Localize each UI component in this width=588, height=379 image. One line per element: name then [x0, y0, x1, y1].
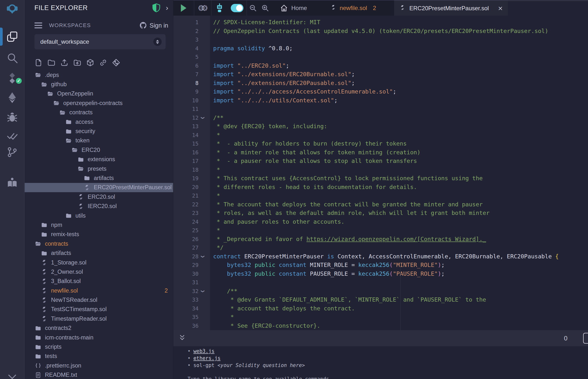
code-line-19[interactable]: 19 * This contract uses {AccessControl} … [173, 174, 588, 183]
tree-file-erc20.sol[interactable]: ERC20.sol [25, 192, 173, 202]
load-from-url-icon[interactable] [99, 58, 108, 67]
code-line-33[interactable]: 33 * @dev Grants `DEFAULT_ADMIN_ROLE`, `… [173, 296, 588, 304]
code-editor[interactable]: 1// SPDX-License-Identifier: MIT2// Open… [173, 16, 588, 330]
gutter-line-number[interactable]: 18 [173, 166, 210, 174]
tree-file-ierc20.sol[interactable]: IERC20.sol [25, 202, 173, 211]
activity-remix-logo-icon[interactable] [0, 2, 24, 16]
code-line-20[interactable]: 20 * different roles - head to its docum… [173, 183, 588, 192]
run-script-button[interactable] [173, 0, 194, 16]
new-folder-icon[interactable] [47, 58, 56, 67]
code-line-24[interactable]: 24 * and pauser roles to other accounts. [173, 218, 588, 226]
zoom-in-icon[interactable] [259, 0, 271, 16]
gutter-line-number[interactable]: 3 [173, 35, 210, 44]
code-line-29[interactable]: 29 bytes32 public constant MINTER_ROLE =… [173, 261, 588, 269]
script-settings-icon[interactable]: ⚙⚙ [194, 0, 211, 16]
upload-file-icon[interactable] [60, 58, 69, 67]
terminal-list-item[interactable]: •ethers.js [187, 355, 588, 362]
code-line-22[interactable]: 22 * The account that deploys the contra… [173, 200, 588, 209]
gutter-line-number[interactable]: 23 [173, 209, 210, 218]
tree-file-newfile.sol[interactable]: newfile.sol2 [25, 286, 173, 295]
tree-folder-scripts[interactable]: scripts [25, 342, 173, 351]
gutter-line-number[interactable]: 34 [173, 304, 210, 313]
gutter-line-number[interactable]: 15 [173, 140, 210, 148]
activity-debugger-icon[interactable] [0, 111, 24, 124]
code-line-34[interactable]: 34 * account that deploys the contract. [173, 304, 588, 313]
gutter-line-number[interactable]: 22 [173, 200, 210, 209]
tree-folder-npm[interactable]: npm [25, 220, 173, 230]
gutter-line-number[interactable]: 19 [173, 174, 210, 183]
gutter-line-number[interactable]: 6 [173, 62, 210, 70]
tree-folder-contracts[interactable]: contracts [25, 239, 173, 248]
code-line-15[interactable]: 15 * - ability for holders to burn (dest… [173, 140, 588, 148]
terminal-output[interactable]: •web3.js•ethers.js•sol-gpt <your Solidit… [173, 346, 588, 379]
tree-folder-tests[interactable]: tests [25, 352, 173, 361]
tree-file-testsctimestamp.sol[interactable]: TestSCTimestamp.sol [25, 305, 173, 314]
terminal-list-item[interactable]: •web3.js [187, 348, 588, 355]
gutter-line-number[interactable]: 4 [173, 44, 210, 53]
code-line-16[interactable]: 16 * - a minter role that allows for tok… [173, 148, 588, 157]
code-line-36[interactable]: 36 * See {ERC20-constructor}. [173, 322, 588, 331]
tree-folder-.deps[interactable]: .deps [25, 70, 173, 79]
tree-folder-github[interactable]: github [25, 79, 173, 89]
clone-git-repository-icon[interactable] [112, 58, 120, 67]
gutter-line-number[interactable]: 30 [173, 269, 210, 278]
tree-folder-extensions[interactable]: extensions [25, 155, 173, 164]
tree-folder-icm-contracts-main[interactable]: icm-contracts-main [25, 333, 173, 342]
tree-folder-access[interactable]: access [25, 117, 173, 126]
code-line-11[interactable]: 11 [173, 105, 588, 113]
gutter-line-number[interactable]: 14 [173, 131, 210, 140]
gutter-line-number[interactable]: 1 [173, 18, 210, 27]
gutter-line-number[interactable]: 26 [173, 235, 210, 244]
gutter-line-number[interactable]: 5 [173, 53, 210, 62]
tree-file-readme.txt[interactable]: README.txt [25, 370, 173, 379]
gutter-line-number[interactable]: 31 [173, 278, 210, 287]
new-file-icon[interactable] [34, 58, 43, 67]
tree-file-newtsreader.sol[interactable]: NewTSReader.sol [25, 295, 173, 304]
code-line-23[interactable]: 23 * roles, as well as the default admin… [173, 209, 588, 218]
code-line-9[interactable]: 9import "../../../access/AccessControlEn… [173, 87, 588, 96]
load-from-ipfs-icon[interactable] [86, 58, 94, 67]
code-line-13[interactable]: 13 * @dev {ERC20} token, including: [173, 122, 588, 131]
github-sign-in-button[interactable]: Sign in [139, 21, 168, 29]
code-line-12[interactable]: 12❯/** [173, 113, 588, 122]
gutter-line-number[interactable]: 35 [173, 313, 210, 322]
activity-solidity-compiler-icon[interactable]: ✓ [0, 71, 24, 85]
code-line-2[interactable]: 2// OpenZeppelin Contracts (last updated… [173, 27, 588, 36]
terminal-search-input[interactable] [583, 333, 588, 344]
code-line-26[interactable]: 26 * _Deprecated in favor of https://wiz… [173, 235, 588, 244]
code-line-4[interactable]: 4pragma solidity ^0.8.0; [173, 44, 588, 53]
fold-chevron-icon[interactable]: ❯ [198, 116, 207, 119]
code-line-1[interactable]: 1// SPDX-License-Identifier: MIT [173, 18, 588, 27]
activity-learneth-icon[interactable] [0, 176, 24, 190]
code-line-30[interactable]: 30 bytes32 public constant PAUSER_ROLE =… [173, 269, 588, 278]
tree-folder-security[interactable]: security [25, 126, 173, 136]
gutter-line-number[interactable]: 29 [173, 261, 210, 269]
gutter-line-number[interactable]: 10 [173, 96, 210, 105]
copilot-toggle[interactable] [228, 0, 247, 16]
gutter-line-number[interactable]: 11 [173, 105, 210, 113]
code-line-25[interactable]: 25 * [173, 226, 588, 235]
gutter-line-number[interactable]: 28❯ [173, 252, 210, 261]
code-line-31[interactable]: 31 [173, 278, 588, 287]
code-line-7[interactable]: 7import "../extensions/ERC20Burnable.sol… [173, 70, 588, 79]
workspace-select[interactable]: default_workspace [34, 34, 166, 49]
tree-folder-contracts[interactable]: contracts [25, 108, 173, 117]
gutter-line-number[interactable]: 33 [173, 296, 210, 304]
gutter-line-number[interactable]: 7 [173, 70, 210, 79]
code-line-10[interactable]: 10import "../../../utils/Context.sol"; [173, 96, 588, 105]
tab-home[interactable]: Home [280, 0, 307, 16]
tree-folder-remix-tests[interactable]: remix-tests [25, 230, 173, 239]
tree-folder-openzeppelin[interactable]: OpenZeppelin [25, 89, 173, 98]
gutter-line-number[interactable]: 2 [173, 27, 210, 36]
code-line-6[interactable]: 6import "../ERC20.sol"; [173, 62, 588, 70]
upload-folder-icon[interactable] [73, 58, 82, 67]
code-line-35[interactable]: 35 * [173, 313, 588, 322]
gutter-line-number[interactable]: 32❯ [173, 287, 210, 296]
tree-folder-openzeppelin-contracts[interactable]: openzeppelin-contracts [25, 98, 173, 108]
gutter-line-number[interactable]: 21 [173, 191, 210, 200]
activity-file-explorer-icon[interactable] [0, 30, 24, 44]
gutter-line-number[interactable]: 20 [173, 183, 210, 192]
gutter-line-number[interactable]: 16 [173, 148, 210, 157]
gutter-line-number[interactable]: 25 [173, 226, 210, 235]
activity-search-icon[interactable] [0, 51, 24, 65]
